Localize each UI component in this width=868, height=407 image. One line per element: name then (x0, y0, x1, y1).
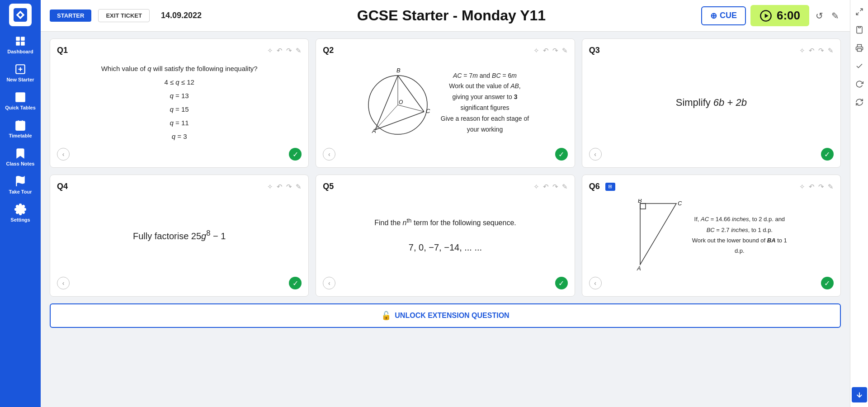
expand-icon[interactable] (852, 5, 867, 19)
svg-rect-4 (21, 42, 25, 46)
q6-triangle-diagram: B C A (636, 199, 685, 271)
q3-icons: ✧ ↶ ↷ ✎ (799, 47, 834, 55)
header: STARTER EXIT TICKET 14.09.2022 GCSE Star… (41, 0, 850, 32)
content-area: Q1 ✧ ↶ ↷ ✎ Which value of q will satisfy… (41, 32, 850, 407)
q4-edit-icon[interactable]: ✎ (296, 183, 302, 191)
q5-undo-icon[interactable]: ↶ (543, 183, 549, 191)
svg-text:A: A (637, 265, 641, 271)
sidebar-item-class-notes-label: Class Notes (6, 161, 35, 166)
q4-star-icon[interactable]: ✧ (267, 183, 273, 191)
print-icon[interactable] (852, 41, 867, 55)
q2-edit-icon[interactable]: ✎ (562, 47, 568, 55)
q6-edit-icon[interactable]: ✎ (828, 183, 834, 191)
page-title: GCSE Starter - Monday Y11 (202, 7, 701, 24)
q1-edit-icon[interactable]: ✎ (296, 47, 302, 55)
svg-line-38 (856, 13, 859, 15)
q1-icons: ✧ ↶ ↷ ✎ (267, 47, 302, 55)
sidebar-item-timetable-label: Timetable (9, 133, 32, 138)
q6-footer: ‹ ✓ (589, 277, 834, 289)
q4-prev-arrow[interactable]: ‹ (57, 277, 70, 289)
svg-rect-39 (858, 27, 860, 28)
q2-prev-arrow[interactable]: ‹ (323, 148, 335, 161)
sidebar-item-settings-label: Settings (10, 217, 30, 222)
q5-icons: ✧ ↶ ↷ ✎ (533, 183, 568, 191)
q1-math: Which value of q will satisfy the follow… (101, 62, 258, 143)
svg-text:C: C (426, 108, 430, 114)
timer-display: 6:00 (777, 9, 800, 23)
q2-text: AC = 7m and BC = 6m Work out the value o… (441, 71, 529, 135)
q1-label: Q1 (57, 46, 68, 55)
q6-undo-icon[interactable]: ↶ (809, 183, 815, 191)
q3-undo-icon[interactable]: ↶ (809, 47, 815, 55)
cue-button[interactable]: ⊕ CUE (701, 6, 746, 25)
q3-edit-icon[interactable]: ✎ (828, 47, 834, 55)
sidebar-item-settings[interactable]: Settings (0, 199, 41, 227)
clipboard-icon[interactable] (852, 23, 867, 37)
svg-rect-3 (16, 42, 20, 46)
timer-refresh-icon[interactable]: ↺ (814, 9, 825, 23)
main-area: STARTER EXIT TICKET 14.09.2022 GCSE Star… (41, 0, 850, 407)
extension-question-button[interactable]: 🔓 UNLOCK EXTENSION QUESTION (50, 303, 841, 328)
q2-header: Q2 ✧ ↶ ↷ ✎ (323, 46, 567, 55)
q3-label: Q3 (589, 46, 600, 55)
q5-prev-arrow[interactable]: ‹ (323, 277, 335, 289)
question-card-q6: Q6 ⊞ ✧ ↶ ↷ ✎ (582, 175, 841, 297)
sidebar-item-quick-tables[interactable]: Quick Tables (0, 87, 41, 115)
q1-undo-icon[interactable]: ↶ (277, 47, 283, 55)
q6-check[interactable]: ✓ (821, 277, 834, 289)
q3-prev-arrow[interactable]: ‹ (589, 148, 602, 161)
checkmark-icon[interactable] (852, 59, 867, 73)
rotate-icon[interactable] (852, 95, 867, 109)
q3-check[interactable]: ✓ (821, 148, 834, 161)
q6-table-icon[interactable]: ⊞ (605, 183, 615, 191)
sidebar-item-timetable[interactable]: Timetable (0, 115, 41, 143)
svg-text:C: C (678, 200, 682, 207)
q2-star-icon[interactable]: ✧ (533, 47, 539, 55)
q2-check[interactable]: ✓ (555, 148, 568, 161)
q2-undo-icon[interactable]: ↶ (543, 47, 549, 55)
q6-label-group: Q6 ⊞ (589, 182, 615, 191)
exit-ticket-button[interactable]: EXIT TICKET (98, 9, 149, 22)
timer-button[interactable]: 6:00 (750, 5, 809, 26)
question-card-q1: Q1 ✧ ↶ ↷ ✎ Which value of q will satisfy… (50, 38, 309, 168)
q1-prev-arrow[interactable]: ‹ (57, 148, 70, 161)
q6-redo-icon[interactable]: ↷ (818, 183, 824, 191)
q5-edit-icon[interactable]: ✎ (562, 183, 568, 191)
q5-header: Q5 ✧ ↶ ↷ ✎ (323, 182, 567, 191)
sidebar-item-dashboard[interactable]: Dashboard (0, 31, 41, 59)
sidebar-item-take-tour[interactable]: Take Tour (0, 171, 41, 199)
q4-label: Q4 (57, 182, 68, 191)
svg-marker-32 (640, 204, 676, 265)
cue-plus-icon: ⊕ (710, 11, 717, 21)
q6-icons: ✧ ↶ ↷ ✎ (799, 183, 834, 191)
starter-button[interactable]: STARTER (50, 9, 91, 22)
q5-star-icon[interactable]: ✧ (533, 183, 539, 191)
q5-check[interactable]: ✓ (555, 277, 568, 289)
q1-check[interactable]: ✓ (289, 148, 302, 161)
refresh-icon[interactable] (852, 77, 867, 91)
sidebar-logo[interactable] (9, 4, 32, 26)
q5-label: Q5 (323, 182, 334, 191)
question-card-q2: Q2 ✧ ↶ ↷ ✎ (316, 38, 575, 168)
q5-redo-icon[interactable]: ↷ (552, 183, 558, 191)
sidebar-item-dashboard-label: Dashboard (7, 49, 33, 54)
q6-prev-arrow[interactable]: ‹ (589, 277, 602, 289)
svg-marker-20 (765, 14, 769, 18)
download-button[interactable] (852, 387, 867, 402)
q3-redo-icon[interactable]: ↷ (818, 47, 824, 55)
q4-body: Fully factorise 25g8 − 1 (57, 198, 302, 272)
q3-footer: ‹ ✓ (589, 148, 834, 161)
q4-redo-icon[interactable]: ↷ (286, 183, 292, 191)
header-date: 14.09.2022 (161, 11, 202, 20)
timer-edit-icon[interactable]: ✎ (830, 9, 841, 23)
q4-undo-icon[interactable]: ↶ (277, 183, 283, 191)
q1-star-icon[interactable]: ✧ (267, 47, 273, 55)
q3-star-icon[interactable]: ✧ (799, 47, 805, 55)
svg-line-22 (398, 76, 424, 112)
q2-redo-icon[interactable]: ↷ (552, 47, 558, 55)
sidebar-item-class-notes[interactable]: Class Notes (0, 143, 41, 171)
q6-star-icon[interactable]: ✧ (799, 183, 805, 191)
q4-check[interactable]: ✓ (289, 277, 302, 289)
q1-redo-icon[interactable]: ↷ (286, 47, 292, 55)
sidebar-item-new-starter[interactable]: New Starter (0, 59, 41, 87)
